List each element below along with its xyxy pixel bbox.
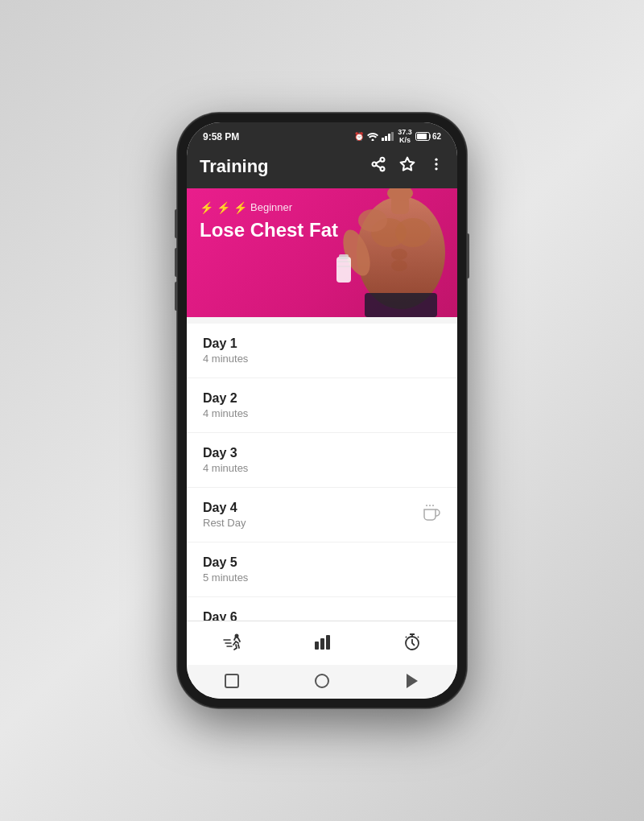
status-bar: 9:58 PM ⏰ [187,122,457,148]
day-3-desc: 4 minutes [203,462,248,474]
svg-rect-23 [336,257,351,283]
nav-workout[interactable] [206,630,259,659]
banner-level: ⚡ ⚡ ⚡ Beginner [200,201,338,214]
scroll-content[interactable]: ⚡ ⚡ ⚡ Beginner Lose Chest Fat [187,188,457,621]
svg-rect-39 [326,635,330,650]
svg-rect-27 [365,293,437,317]
svg-point-15 [435,167,437,170]
day-5-desc: 5 minutes [203,571,248,584]
svg-point-19 [391,249,407,260]
day-1-desc: 4 minutes [203,353,248,365]
back-button[interactable] [402,671,422,691]
alarm-icon: ⏰ [354,132,364,141]
status-time: 9:58 PM [203,131,239,142]
workout-nav-icon [222,633,243,656]
lightning-icon-2: ⚡ [217,201,230,214]
day-3-info: Day 3 4 minutes [203,446,248,474]
data-speed: 37.3 K/s [398,129,412,145]
svg-point-20 [391,260,407,271]
phone-screen: 9:58 PM ⏰ [187,122,457,699]
day-2-info: Day 2 4 minutes [203,391,248,419]
day-6-item[interactable]: Day 6 5 minutes [187,597,457,621]
workout-banner[interactable]: ⚡ ⚡ ⚡ Beginner Lose Chest Fat [187,188,457,317]
svg-rect-38 [320,638,324,650]
day-6-info: Day 6 5 minutes [203,610,248,621]
timer-nav-icon [402,633,422,657]
level-label: Beginner [250,201,292,213]
day-3-item[interactable]: Day 3 4 minutes [187,433,457,488]
day-list: Day 1 4 minutes Day 2 4 minutes Day 3 4 … [187,324,457,621]
banner-content: ⚡ ⚡ ⚡ Beginner Lose Chest Fat [200,201,338,242]
lightning-icon-1: ⚡ [200,201,213,214]
svg-rect-26 [337,266,350,267]
svg-point-18 [395,218,431,247]
lightning-icon-3: ⚡ [233,201,247,214]
svg-point-13 [435,159,437,161]
day-2-item[interactable]: Day 2 4 minutes [187,378,457,433]
svg-line-11 [376,161,381,163]
day-1-info: Day 1 4 minutes [203,336,248,365]
day-2-desc: 4 minutes [203,407,248,419]
day-1-item[interactable]: Day 1 4 minutes [187,324,457,378]
phone-device: 9:58 PM ⏰ [177,113,467,708]
day-1-name: Day 1 [203,336,248,351]
nav-stats[interactable] [297,630,349,659]
app-header: Training [187,148,457,188]
status-icons: ⏰ 37.3 [354,129,441,145]
recent-apps-button[interactable] [222,671,242,691]
wifi-icon [367,132,378,141]
svg-rect-1 [382,138,384,141]
day-4-name: Day 4 [203,501,246,515]
svg-rect-24 [339,254,349,259]
day-2-name: Day 2 [203,391,248,406]
svg-point-14 [435,163,437,166]
svg-rect-25 [337,261,350,262]
share-icon[interactable] [370,156,386,176]
day-6-name: Day 6 [203,610,248,621]
square-icon [225,674,239,688]
bottom-nav [187,621,457,665]
bookmark-icon[interactable] [399,156,415,176]
svg-rect-2 [385,136,387,141]
circle-icon [315,674,329,688]
page-title: Training [200,156,269,177]
svg-marker-12 [401,158,415,171]
rest-day-icon [422,503,441,526]
day-5-info: Day 5 5 minutes [203,555,248,584]
day-5-item[interactable]: Day 5 5 minutes [187,543,457,597]
svg-rect-37 [315,642,319,650]
back-triangle-icon [407,674,418,688]
home-button[interactable] [312,671,332,691]
stats-nav-icon [313,633,332,656]
svg-rect-6 [417,134,427,139]
banner-title: Lose Chest Fat [200,219,338,242]
day-4-desc: Rest Day [203,517,246,529]
svg-rect-4 [391,132,394,141]
day-5-name: Day 5 [203,555,248,570]
battery-icon: 62 [415,132,441,141]
android-nav-bar [187,665,457,699]
header-icons [370,156,444,176]
svg-line-10 [376,166,381,168]
svg-point-0 [372,139,374,142]
more-options-icon[interactable] [428,156,444,176]
day-3-name: Day 3 [203,446,248,460]
svg-rect-3 [388,134,390,141]
signal-icon [382,132,394,141]
day-4-info: Day 4 Rest Day [203,501,246,529]
svg-point-21 [358,209,387,232]
nav-timer[interactable] [386,629,438,660]
day-4-item[interactable]: Day 4 Rest Day [187,488,457,543]
